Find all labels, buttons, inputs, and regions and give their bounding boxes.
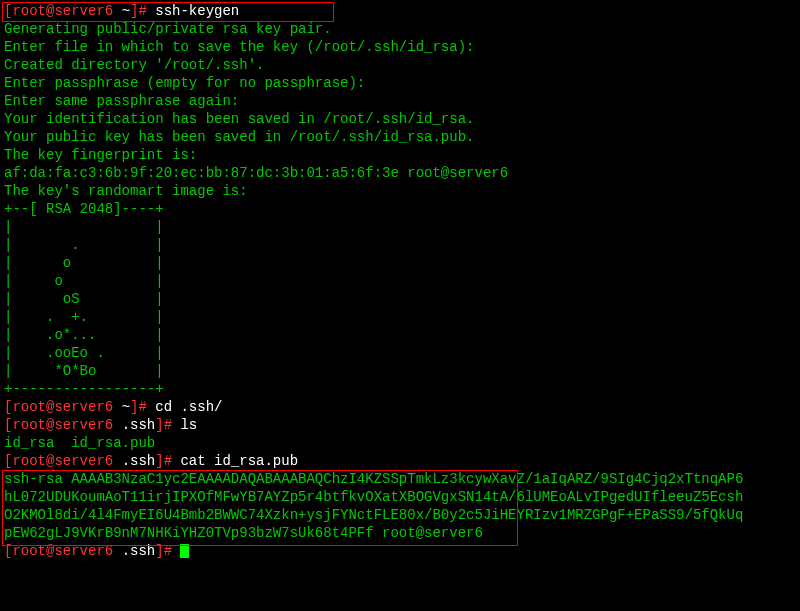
prompt-line: [root@server6 ~]# cd .ssh/ bbox=[4, 398, 796, 416]
prompt-end: ]# bbox=[130, 399, 155, 415]
prompt-cwd: .ssh bbox=[122, 453, 156, 469]
output-line: O2KMOl8di/4l4FmyEI6U4Bmb2BWWC74Xzkn+ysjF… bbox=[4, 506, 796, 524]
randomart-line: | . | bbox=[4, 236, 796, 254]
output-line: Enter passphrase (empty for no passphras… bbox=[4, 74, 796, 92]
prompt-end: ]# bbox=[155, 543, 180, 559]
command-text: ssh-keygen bbox=[155, 3, 239, 19]
output-line: pEW62gLJ9VKrB9nM7NHKiYHZ0TVp93bzW7sUk68t… bbox=[4, 524, 796, 542]
prompt-userhost: [root@server6 bbox=[4, 3, 122, 19]
randomart-line: | .ooEo . | bbox=[4, 344, 796, 362]
prompt-cwd: .ssh bbox=[122, 543, 156, 559]
prompt-cwd: ~ bbox=[122, 399, 130, 415]
randomart-line: | . +. | bbox=[4, 308, 796, 326]
randomart-line: | o | bbox=[4, 254, 796, 272]
output-line: Enter same passphrase again: bbox=[4, 92, 796, 110]
output-line: id_rsa id_rsa.pub bbox=[4, 434, 796, 452]
prompt-userhost: [root@server6 bbox=[4, 453, 122, 469]
randomart-line: | | bbox=[4, 218, 796, 236]
prompt-end: ]# bbox=[155, 453, 180, 469]
randomart-line: +-----------------+ bbox=[4, 380, 796, 398]
output-line: Enter file in which to save the key (/ro… bbox=[4, 38, 796, 56]
prompt-line: [root@server6 ~]# ssh-keygen bbox=[4, 2, 796, 20]
prompt-cwd: .ssh bbox=[122, 417, 156, 433]
prompt-userhost: [root@server6 bbox=[4, 543, 122, 559]
output-line: The key's randomart image is: bbox=[4, 182, 796, 200]
prompt-line: [root@server6 .ssh]# ls bbox=[4, 416, 796, 434]
output-line: hL072UDUKoumAoT11irjIPXOfMFwYB7AYZp5r4bt… bbox=[4, 488, 796, 506]
command-text: cd .ssh/ bbox=[155, 399, 222, 415]
randomart-line: | o | bbox=[4, 272, 796, 290]
output-line: The key fingerprint is: bbox=[4, 146, 796, 164]
output-line: Generating public/private rsa key pair. bbox=[4, 20, 796, 38]
output-line: Created directory '/root/.ssh'. bbox=[4, 56, 796, 74]
prompt-end: ]# bbox=[130, 3, 155, 19]
command-text: ls bbox=[180, 417, 197, 433]
prompt-line: [root@server6 .ssh]# bbox=[4, 542, 796, 560]
randomart-line: | oS | bbox=[4, 290, 796, 308]
randomart-line: +--[ RSA 2048]----+ bbox=[4, 200, 796, 218]
command-text: cat id_rsa.pub bbox=[180, 453, 298, 469]
output-line: af:da:fa:c3:6b:9f:20:ec:bb:87:dc:3b:01:a… bbox=[4, 164, 796, 182]
prompt-userhost: [root@server6 bbox=[4, 417, 122, 433]
prompt-end: ]# bbox=[155, 417, 180, 433]
output-line: Your identification has been saved in /r… bbox=[4, 110, 796, 128]
randomart-line: | *O*Bo | bbox=[4, 362, 796, 380]
prompt-line: [root@server6 .ssh]# cat id_rsa.pub bbox=[4, 452, 796, 470]
randomart-line: | .o*... | bbox=[4, 326, 796, 344]
cursor-icon bbox=[180, 544, 189, 558]
terminal-output[interactable]: [root@server6 ~]# ssh-keygen Generating … bbox=[4, 2, 796, 560]
prompt-cwd: ~ bbox=[122, 3, 130, 19]
prompt-userhost: [root@server6 bbox=[4, 399, 122, 415]
output-line: ssh-rsa AAAAB3NzaC1yc2EAAAADAQABAAABAQCh… bbox=[4, 470, 796, 488]
output-line: Your public key has been saved in /root/… bbox=[4, 128, 796, 146]
